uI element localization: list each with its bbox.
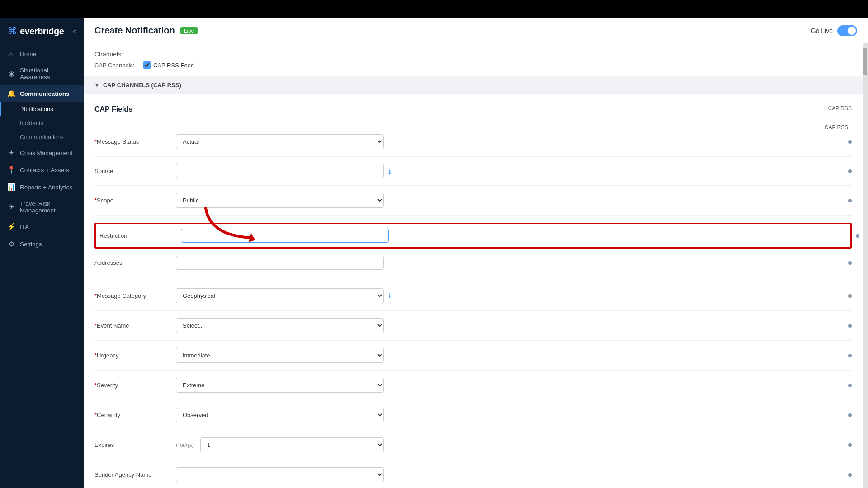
content-area: Channels: CAP Channels: CAP RSS Feed ▼ C… [84,43,863,488]
addresses-label: Addresses [94,259,176,266]
expires-row: Expires Hour(s) 1 2 3 4 6 8 12 [94,437,852,460]
scope-cap-rss-dot [848,199,852,202]
expires-label: Expires [94,441,176,448]
sidebar-item-notifications[interactable]: Notifications [0,102,84,116]
message-status-input-area: Actual Exercise System Test Draft [176,134,384,149]
cap-rss-column-header: CAP RSS [828,105,852,112]
msg-cat-required-star: * [94,292,97,299]
message-status-cap-rss-dot [848,140,852,144]
cap-rss-checkbox[interactable] [143,61,151,69]
cap-channels-label: CAP Channels: [94,62,140,69]
certainty-required-star: * [94,412,97,418]
sender-agency-row: Sender Agency Name [94,467,852,488]
severity-cap-rss-dot [848,384,852,387]
source-input[interactable] [176,164,384,178]
restriction-input-area [181,229,389,243]
urgency-select[interactable]: Immediate Expected Future Past Unknown [176,348,384,363]
cap-rss-checkbox-label[interactable]: CAP RSS Feed [143,61,194,69]
cap-fields-title: CAP Fields [94,105,852,113]
addresses-input-area [176,256,384,270]
expires-select[interactable]: 1 2 3 4 6 8 12 24 48 72 [200,437,384,452]
go-live-toggle[interactable] [837,25,857,36]
event-name-select[interactable]: Select... [176,318,384,333]
certainty-row: *Certainty Observed Likely Possible Unli… [94,408,852,430]
restriction-cap-rss-dot [856,234,859,238]
home-icon: ⌂ [7,50,15,58]
message-category-row: *Message Category Geophysical Met Safety… [94,288,852,311]
sidebar-logo-area: ⌘ everbridge « [0,18,84,42]
sidebar-item-ita[interactable]: ⚡ ITA [0,218,84,235]
channels-label: Channels: [94,51,852,58]
urgency-required-star: * [94,352,97,359]
sidebar-item-travel-risk[interactable]: ✈ Travel Risk Management [0,196,84,218]
restriction-row: Restriction [94,223,852,249]
sender-agency-select[interactable] [176,467,384,482]
severity-label: *Severity [94,382,176,389]
sidebar-item-home[interactable]: ⌂ Home [0,45,84,62]
sidebar-label-reports-analytics: Reports + Analytics [20,184,72,191]
message-status-label: *Message Status [94,138,176,145]
cap-section-label: CAP CHANNELS (CAP RSS) [103,82,181,89]
severity-input-area: Extreme Severe Moderate Minor Unknown [176,378,384,393]
source-label: Source [94,168,176,174]
scope-label: *Scope [94,197,176,204]
sidebar-label-settings: Settings [20,241,42,248]
sidebar-item-communications[interactable]: 🔔 Communications [0,85,84,102]
sidebar-label-contacts-assets: Contacts + Assets [20,167,69,174]
message-category-select[interactable]: Geophysical Met Safety Security Rescue F… [176,288,384,303]
scrollbar[interactable] [863,43,868,488]
sidebar-label-home: Home [20,51,36,57]
event-name-cap-rss-dot [848,324,852,328]
top-bar [0,0,868,18]
page-title: Create Notification [94,25,175,36]
scope-required-star: * [94,197,97,204]
sidebar-label-situational-awareness: Situational Awareness [20,67,76,80]
sidebar-label-notifications: Notifications [21,106,53,113]
addresses-input[interactable] [176,256,384,270]
header-right: Go Live [811,25,857,36]
cap-section-header[interactable]: ▼ CAP CHANNELS (CAP RSS) [84,76,863,94]
expires-cap-rss-dot [848,443,852,447]
sidebar-item-contacts-assets[interactable]: 📍 Contacts + Assets [0,161,84,178]
settings-icon: ⚙ [7,240,15,248]
sidebar-item-reports-analytics[interactable]: 📊 Reports + Analytics [0,178,84,196]
urgency-cap-rss-dot [848,354,852,357]
restriction-input[interactable] [181,229,389,243]
sidebar-item-crisis-management[interactable]: ✦ Crisis Management [0,144,84,161]
collapse-button[interactable]: « [73,28,76,35]
sidebar-nav: ⌂ Home ◉ Situational Awareness 🔔 Communi… [0,42,84,488]
source-input-area [176,164,384,178]
severity-required-star: * [94,382,97,389]
addresses-row: Addresses [94,256,852,277]
certainty-select[interactable]: Observed Likely Possible Unlikely Unknow… [176,408,384,422]
severity-row: *Severity Extreme Severe Moderate Minor … [94,378,852,400]
reports-analytics-icon: 📊 [7,183,15,191]
urgency-input-area: Immediate Expected Future Past Unknown [176,348,384,363]
cap-fields-container: CAP RSS CAP Fields CAP RSS *Message Stat… [84,94,863,488]
restriction-label: Restriction [99,232,181,239]
hours-label: Hour(s) [176,442,194,448]
sidebar-label-crisis-management: Crisis Management [20,150,72,156]
sidebar-item-communications-sub[interactable]: Communications [0,130,84,144]
sidebar-item-settings[interactable]: ⚙ Settings [0,235,84,253]
sidebar-item-incidents[interactable]: Incidents [0,116,84,130]
scope-row: *Scope Public Restricted Private [94,193,852,216]
contacts-assets-icon: 📍 [7,166,15,174]
event-name-input-area: Select... [176,318,384,333]
sidebar-item-situational-awareness[interactable]: ◉ Situational Awareness [0,62,84,85]
sidebar-label-communications: Communications [20,90,70,97]
channels-section: Channels: CAP Channels: CAP RSS Feed [84,43,863,76]
sidebar-label-ita: ITA [20,224,29,230]
cap-rss-label: CAP RSS Feed [153,62,194,69]
message-status-row: *Message Status Actual Exercise System T… [94,134,852,157]
communications-icon: 🔔 [7,89,15,98]
severity-select[interactable]: Extreme Severe Moderate Minor Unknown [176,378,384,393]
message-category-label: *Message Category [94,292,176,299]
message-category-input-area: Geophysical Met Safety Security Rescue F… [176,288,384,303]
sidebar: ⌘ everbridge « ⌂ Home ◉ Situational Awar… [0,18,84,488]
scope-select[interactable]: Public Restricted Private [176,193,384,208]
message-status-select[interactable]: Actual Exercise System Test Draft [176,134,384,149]
sidebar-label-incidents: Incidents [20,120,43,127]
event-name-label: *Event Name [94,322,176,329]
header-left: Create Notification Live [94,25,198,36]
